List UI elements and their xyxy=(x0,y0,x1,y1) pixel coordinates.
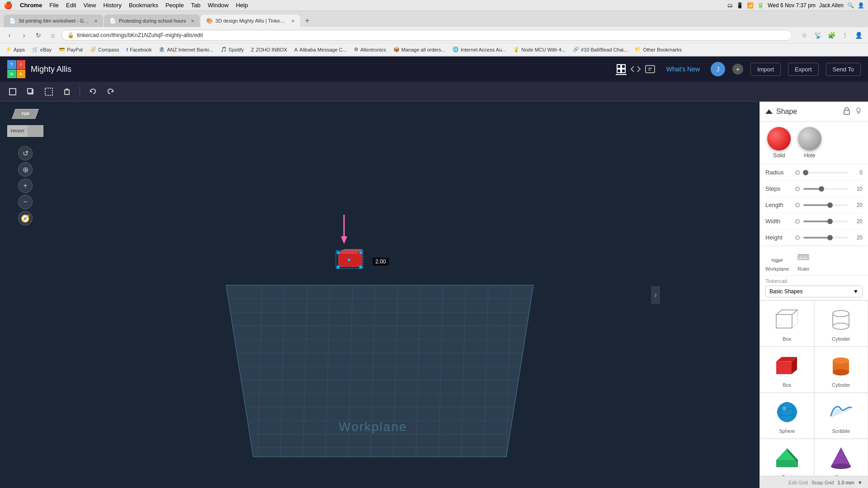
ruler-tool[interactable]: Ruler xyxy=(796,250,811,272)
menu-view[interactable]: View xyxy=(83,2,96,9)
profile-avatar[interactable]: J xyxy=(711,62,725,76)
height-slider-thumb[interactable] xyxy=(827,235,833,240)
width-slider[interactable] xyxy=(803,221,848,222)
address-bar[interactable]: 🔒 tinkercad.com/things/bKnZ1NZuhqF-might… xyxy=(61,30,792,41)
bookmark-anz[interactable]: 🏦 ANZ Internet Banki... xyxy=(157,46,215,53)
refresh-button[interactable]: ↻ xyxy=(33,29,44,41)
compass-btn[interactable]: 🧭 xyxy=(18,211,33,225)
sim-btn[interactable] xyxy=(645,64,656,75)
edit-grid-button[interactable]: Edit Grid xyxy=(788,480,808,485)
view-cube-top-face[interactable]: TOP xyxy=(12,109,39,119)
panel-collapse-button[interactable]: › xyxy=(651,286,660,304)
shape-sphere-solid[interactable]: Sphere xyxy=(760,393,814,439)
menu-edit[interactable]: Edit xyxy=(66,2,76,9)
shape-cone[interactable]: Cone xyxy=(814,439,868,476)
snap-grid-down-icon[interactable]: ▼ xyxy=(858,480,863,485)
extensions-icon[interactable]: 🧩 xyxy=(826,29,837,41)
workplane-tool[interactable]: Workplane xyxy=(765,250,789,272)
bookmark-ebay[interactable]: 🛒 eBay xyxy=(30,46,53,53)
cast-icon[interactable]: 📡 xyxy=(812,29,824,41)
solid-button[interactable] xyxy=(767,127,791,150)
orbit-reset-btn[interactable]: ↺ xyxy=(18,146,33,160)
tab-1-close[interactable]: ✕ xyxy=(94,19,98,23)
workplane-viewport[interactable]: TOP FRONT ↺ ⊕ + − 🧭 xyxy=(0,102,760,488)
steps-slider[interactable] xyxy=(803,188,848,190)
workplane-grid[interactable] xyxy=(226,281,533,461)
delete-tool[interactable] xyxy=(60,84,74,99)
import-button[interactable]: Import xyxy=(750,63,781,76)
menu-bookmarks[interactable]: Bookmarks xyxy=(129,2,158,9)
bookmark-manage-orders[interactable]: 📦 Manage all orders... xyxy=(392,46,447,53)
codeblocks-btn[interactable] xyxy=(630,64,641,75)
app-menu-chrome[interactable]: Chrome xyxy=(20,2,42,9)
bookmark-apps[interactable]: ⚡ Apps xyxy=(4,46,27,53)
radius-slider-thumb[interactable] xyxy=(803,170,808,175)
export-button[interactable]: Export xyxy=(788,63,819,76)
shape-on-canvas[interactable]: 2.00 xyxy=(334,249,370,273)
tab-2-close[interactable]: ✕ xyxy=(191,19,194,23)
redo-tool[interactable] xyxy=(104,84,118,99)
view-cube-front-face[interactable]: FRONT xyxy=(7,125,28,137)
view-cube-side-face[interactable] xyxy=(27,125,43,137)
back-button[interactable]: ‹ xyxy=(4,29,15,41)
width-slider-thumb[interactable] xyxy=(827,219,833,224)
shape-box-wire[interactable]: Box xyxy=(760,300,814,347)
forward-button[interactable]: › xyxy=(18,29,30,41)
send-to-button[interactable]: Send To xyxy=(826,63,861,76)
lightbulb-icon[interactable] xyxy=(854,107,863,117)
new-tab-button[interactable]: + xyxy=(301,14,314,27)
bookmark-paypal[interactable]: 💳 PayPal xyxy=(57,46,85,53)
bookmark-internet-access[interactable]: 🌐 Internet Access Au... xyxy=(451,46,508,53)
shape-box-solid[interactable]: Box xyxy=(760,347,814,393)
undo-tool[interactable] xyxy=(85,84,100,99)
length-slider[interactable] xyxy=(803,204,848,206)
duplicate-tool[interactable] xyxy=(24,84,38,99)
menu-help[interactable]: Help xyxy=(236,2,248,9)
bookmark-alibaba[interactable]: A Alibaba Message C... xyxy=(292,46,349,53)
home-button[interactable]: ⌂ xyxy=(47,29,59,41)
bookmark-zoho[interactable]: Z ZOHO INBOX xyxy=(249,46,289,53)
hole-button[interactable] xyxy=(798,127,821,150)
add-profile-btn[interactable]: + xyxy=(732,64,743,75)
bookmark-compass[interactable]: 🧭 Compass xyxy=(88,46,121,53)
apple-menu[interactable]: 🍎 xyxy=(4,1,13,9)
3d-view-btn[interactable] xyxy=(616,63,627,75)
tab-3[interactable]: 🎨 3D design Mighty Allis | Tinkerc... ✕ xyxy=(201,14,300,27)
group-tool[interactable] xyxy=(42,84,56,99)
solid-option[interactable]: Solid xyxy=(767,127,791,159)
tab-3-close[interactable]: ✕ xyxy=(291,19,295,23)
zoom-out-btn[interactable]: − xyxy=(18,195,33,209)
whats-new-button[interactable]: What's New xyxy=(663,64,703,75)
library-category-dropdown[interactable]: Basic Shapes ▼ xyxy=(765,286,863,297)
snap-grid-value[interactable]: 1.0 mm xyxy=(837,480,854,485)
lock-icon[interactable] xyxy=(843,107,851,117)
height-slider[interactable] xyxy=(803,237,848,239)
shape-roof[interactable]: Roof xyxy=(760,439,814,476)
tab-1[interactable]: 📄 3d printing fdm worksheet - Go... ✕ xyxy=(4,14,103,27)
length-slider-thumb[interactable] xyxy=(827,202,833,208)
bookmark-other[interactable]: 📁 Other Bookmarks xyxy=(633,46,684,53)
radius-slider[interactable] xyxy=(803,172,848,174)
menu-tab[interactable]: Tab xyxy=(191,2,200,9)
shape-scribble[interactable]: Scribble xyxy=(814,393,868,439)
bookmark-facebook[interactable]: f Facebook xyxy=(124,46,153,53)
menu-history[interactable]: History xyxy=(103,2,121,9)
view-cube[interactable]: TOP FRONT xyxy=(7,109,43,141)
bookmark-spotify[interactable]: 🎵 Spotify xyxy=(219,46,246,53)
search-icon[interactable]: 🔍 xyxy=(847,2,854,9)
bookmark-star[interactable]: ☆ xyxy=(798,29,810,41)
menu-window[interactable]: Window xyxy=(208,2,228,9)
bookmark-node-mcu[interactable]: 💡 Node MCU With 4... xyxy=(511,46,567,53)
bookmark-allentronics[interactable]: ⚙ Allentronics xyxy=(352,46,388,53)
panel-expand-icon[interactable] xyxy=(765,109,773,114)
shape-cylinder-wire[interactable]: Cylinder xyxy=(814,300,868,347)
profile-icon[interactable]: 👤 xyxy=(853,29,864,41)
tab-2[interactable]: 📄 Protesting during school hours ✕ xyxy=(104,14,200,27)
menu-file[interactable]: File xyxy=(49,2,59,9)
notification-icon[interactable]: 👤 xyxy=(858,2,864,9)
bookmark-bead-chain[interactable]: 🔗 #10 Ball/Bead Chai... xyxy=(571,46,629,53)
selected-shape[interactable] xyxy=(334,249,370,271)
fit-to-view-btn[interactable]: ⊕ xyxy=(18,162,33,177)
more-menu[interactable]: ⋮ xyxy=(839,29,851,41)
zoom-in-btn[interactable]: + xyxy=(18,178,33,193)
